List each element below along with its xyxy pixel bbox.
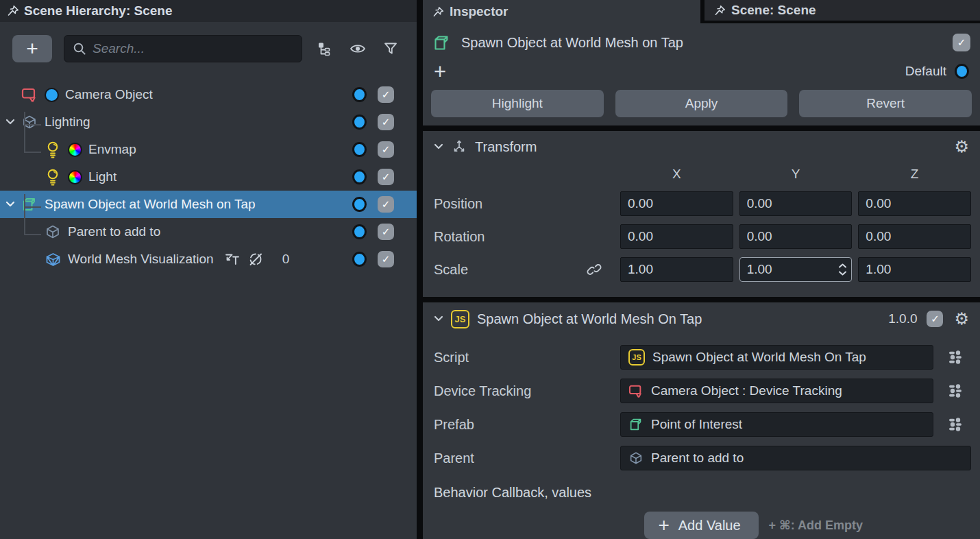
- tab-scene[interactable]: Scene: Scene: [705, 0, 980, 23]
- chevron-down-icon[interactable]: [0, 201, 21, 208]
- search-icon: [73, 42, 86, 56]
- prefab-field-row: Prefab Point of Interest: [423, 412, 980, 437]
- script-field-row: Script JS Spawn Object at World Mesh On …: [423, 345, 980, 370]
- panel-title: Scene Hierarchy: Scene: [24, 3, 173, 19]
- enabled-checkbox[interactable]: ✓: [378, 196, 394, 213]
- render-layer-dot[interactable]: [352, 252, 367, 267]
- render-layer-dot[interactable]: [352, 224, 367, 239]
- tree-row-world-mesh-visualization[interactable]: World Mesh Visualization 0 ✓: [0, 245, 417, 273]
- position-row: Position: [423, 191, 980, 216]
- object-picker-icon[interactable]: [940, 416, 971, 433]
- enabled-checkbox[interactable]: ✓: [378, 251, 394, 267]
- link-scale-icon[interactable]: [586, 261, 602, 278]
- tree-layout-icon[interactable]: [317, 41, 332, 57]
- script-enabled-checkbox[interactable]: ✓: [927, 311, 943, 327]
- tree-row-envmap[interactable]: Envmap ✓: [0, 136, 417, 163]
- add-empty-hint: + ⌘: Add Empty: [769, 518, 980, 533]
- render-layer-dot[interactable]: [352, 115, 367, 130]
- prefab-value-field[interactable]: Point of Interest: [620, 412, 933, 437]
- tree-guide-line: [24, 194, 25, 235]
- object-picker-icon[interactable]: [940, 383, 971, 399]
- default-layer-dot[interactable]: [955, 64, 969, 79]
- pin-icon: [7, 5, 19, 17]
- enabled-checkbox[interactable]: ✓: [378, 86, 394, 103]
- pin-icon: [714, 5, 726, 16]
- rotation-x-input[interactable]: [620, 224, 733, 249]
- no-render-icon: [247, 251, 264, 267]
- gear-icon[interactable]: ⚙: [954, 311, 969, 327]
- axis-z-label: Z: [858, 167, 971, 182]
- rotation-z-input[interactable]: [858, 224, 971, 249]
- camera-icon: [628, 385, 644, 398]
- enabled-checkbox[interactable]: ✓: [378, 141, 394, 158]
- position-x-input[interactable]: [620, 191, 733, 216]
- cube-icon: [628, 451, 644, 466]
- device-tracking-field-row: Device Tracking Camera Object : Device T…: [423, 379, 980, 403]
- render-layer-dot[interactable]: [352, 169, 367, 184]
- scene-hierarchy-panel: Scene Hierarchy: Scene +: [0, 0, 417, 539]
- render-order-icon: [223, 252, 240, 267]
- section-divider: [423, 297, 980, 302]
- visibility-eye-icon[interactable]: [349, 41, 367, 56]
- tree-row-parent-to-add-to[interactable]: Parent to add to ✓: [0, 218, 417, 245]
- render-layer-dot[interactable]: [352, 197, 367, 212]
- tree-row-camera-object[interactable]: Camera Object ✓: [0, 81, 417, 108]
- scale-y-input[interactable]: [739, 257, 853, 282]
- prefab-box-icon: [21, 196, 38, 213]
- scene-tree: Camera Object ✓ Lighting ✓: [0, 69, 417, 273]
- color-wheel-swatch: [68, 143, 82, 157]
- render-layer-dot[interactable]: [352, 87, 367, 102]
- search-input[interactable]: [93, 41, 293, 56]
- gear-icon[interactable]: ⚙: [954, 139, 969, 155]
- search-box[interactable]: [64, 35, 302, 62]
- scene-hierarchy-header: Scene Hierarchy: Scene: [0, 0, 417, 22]
- section-title: Spawn Object at World Mesh On Tap: [477, 311, 702, 327]
- apply-button[interactable]: Apply: [615, 90, 788, 117]
- tree-row-light[interactable]: Light ✓: [0, 163, 417, 191]
- scale-z-input[interactable]: [858, 257, 971, 282]
- filter-icon[interactable]: [383, 41, 398, 56]
- position-z-input[interactable]: [858, 191, 971, 216]
- render-layer-dot[interactable]: [352, 142, 367, 157]
- chevron-down-icon[interactable]: [434, 315, 443, 322]
- chevron-down-icon[interactable]: [0, 119, 21, 125]
- axis-y-label: Y: [739, 167, 853, 182]
- rotation-row: Rotation: [423, 224, 980, 249]
- object-picker-icon[interactable]: [940, 349, 971, 366]
- scale-row: Scale: [423, 257, 980, 291]
- behavior-callback-label: Behavior Callback, values: [423, 483, 980, 502]
- tree-guide-line: [24, 234, 41, 235]
- highlight-button[interactable]: Highlight: [431, 90, 604, 117]
- parent-value-field[interactable]: Parent to add to: [620, 446, 971, 470]
- tree-guide-line: [24, 152, 41, 153]
- prefab-box-icon: [432, 34, 451, 52]
- cube-icon: [21, 114, 38, 130]
- script-value-field[interactable]: JS Spawn Object at World Mesh On Tap: [620, 345, 933, 370]
- color-wheel-swatch: [68, 170, 82, 184]
- chevron-down-icon[interactable]: [434, 143, 443, 150]
- enabled-checkbox[interactable]: ✓: [378, 224, 394, 240]
- tree-row-spawn-object[interactable]: Spawn Object at World Mesh on Tap ✓: [0, 191, 417, 218]
- rotation-y-input[interactable]: [739, 224, 853, 249]
- tab-inspector[interactable]: Inspector: [423, 0, 700, 23]
- enabled-checkbox[interactable]: ✓: [378, 169, 394, 185]
- transform-axes-icon: [451, 139, 467, 155]
- pin-icon: [432, 6, 444, 18]
- position-y-input[interactable]: [739, 191, 853, 216]
- plus-icon: +: [658, 516, 669, 535]
- layer-color-swatch: [45, 88, 59, 102]
- render-order-count: 0: [282, 252, 290, 267]
- revert-button[interactable]: Revert: [799, 90, 972, 117]
- object-enabled-checkbox[interactable]: ✓: [953, 34, 970, 51]
- enabled-checkbox[interactable]: ✓: [378, 114, 394, 130]
- tree-row-lighting[interactable]: Lighting ✓: [0, 108, 417, 136]
- script-component-section: JS Spawn Object at World Mesh On Tap 1.0…: [423, 302, 980, 539]
- add-component-button[interactable]: +: [434, 61, 446, 82]
- add-value-button[interactable]: + Add Value: [644, 512, 758, 539]
- add-object-button[interactable]: +: [12, 35, 52, 62]
- inspected-object-title: Spawn Object at World Mesh on Tap: [461, 35, 942, 51]
- camera-icon: [21, 88, 38, 102]
- scale-x-input[interactable]: [620, 257, 733, 282]
- device-tracking-value-field[interactable]: Camera Object : Device Tracking: [620, 379, 933, 403]
- stepper-arrows[interactable]: [838, 263, 847, 276]
